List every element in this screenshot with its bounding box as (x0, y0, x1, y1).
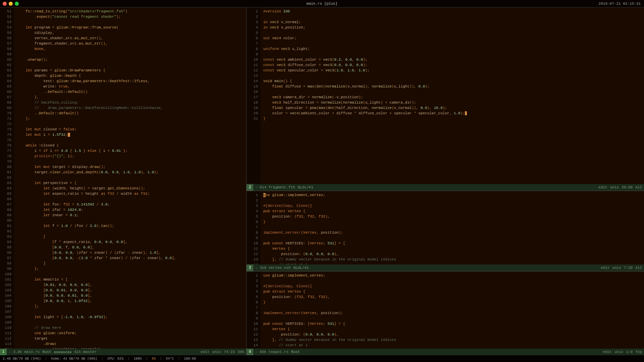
code-line: pub struct Vertex { (263, 289, 641, 294)
sys-power: 100:00 (184, 357, 196, 361)
code-line: // backface_culling: (17, 100, 244, 105)
code-line: implement_vertex!(Vertex, position); (263, 230, 641, 235)
code-line: let light = [-1.0, 1.0, -0.9f32]; (17, 314, 244, 320)
sys-sep-3: | (127, 357, 129, 361)
code-line (263, 305, 641, 310)
right-top-code[interactable]: #version 330 in vec3 v_normal; in vec3 v… (261, 7, 644, 184)
code-line: color = vec4(ambient_color + diffuse * d… (263, 111, 641, 116)
left-pane: 5152535455 5657585960 6162636465 6667686… (0, 7, 247, 355)
code-line: } (263, 116, 641, 121)
code-line: [ (17, 234, 244, 239)
code-line: use glium::implement_vertex; (263, 192, 641, 198)
code-line: depth: glium::Depth { (17, 73, 244, 78)
rt-filename: - 614 fragment.fsh (255, 185, 295, 189)
left-code-content: 5152535455 5657585960 6162636465 6667686… (0, 7, 246, 349)
code-line: [0.01, 0.0, 0.0, 0.0], (17, 282, 244, 288)
code-line: let f = 1.0 / (fov / 2.0).tan(); (17, 223, 244, 229)
left-code-lines[interactable]: fs::read_to_string("src/shaders/fragment… (14, 7, 246, 349)
code-line: // start at 1 (263, 343, 641, 348)
right-bottom-code[interactable]: use glium::implement_vertex; #[derive(Co… (261, 272, 644, 349)
code-line (263, 14, 641, 19)
code-line (17, 137, 244, 143)
code-line: .unwrap(); (17, 57, 244, 62)
code-line: }; (17, 116, 244, 121)
code-line: while !closed { (17, 143, 244, 148)
code-line: pub const VERTICES: [Vertex; 531] = [ (263, 321, 641, 326)
code-line: vec3 half_direction = normalize(normaliz… (263, 100, 641, 105)
datetime: 2019-07-21 02:15:31 (599, 2, 641, 6)
sys-home: home: 43 GB/70 GB (66%) (51, 357, 97, 361)
left-git: Git-master (74, 350, 97, 354)
code-line: let zfar = 1024.0; (17, 207, 244, 213)
right-top-pane-num: 2 (247, 184, 253, 191)
code-line: Vertex { (263, 246, 641, 251)
code-line: ..Default::default() (17, 89, 244, 95)
code-line (263, 278, 641, 284)
code-line: let aspect_ratio = height as f32 / width… (17, 191, 244, 196)
code-line (263, 52, 641, 57)
code-line: [0.0, 0.0, 0.01, 0.0], (17, 293, 244, 298)
rt-all: All (635, 185, 642, 189)
sys-cpu: CPU: 62% (107, 357, 123, 361)
code-line: Vertex { (263, 348, 641, 349)
maximize-button[interactable] (15, 2, 19, 6)
rt-filetype: GLSL/#1 (298, 185, 313, 189)
right-middle-pane: 12345 678910 1112131415 16 use glium::im… (247, 191, 644, 272)
code-line: fragment_shader_src.as_mut_str(), (17, 41, 244, 46)
sys-sep-4: | (146, 357, 148, 361)
rb-encoding: unix (614, 350, 623, 354)
code-line (17, 159, 244, 164)
window-title: main.rs [plus] (307, 2, 337, 6)
right-bottom-pane-num: 4 (247, 349, 253, 355)
left-position: 74:23 (224, 350, 235, 354)
code-line: float specular = pow(max(dot(half_direct… (263, 105, 641, 111)
code-line: &display, (17, 30, 244, 36)
code-line: let program = glium::Program::from_sourc… (17, 25, 244, 30)
code-line: #[derive(Copy, Clone)] (263, 284, 641, 289)
code-line (263, 225, 641, 230)
code-line: }, // dummy vector because in the origin… (263, 337, 641, 343)
code-line (263, 41, 641, 46)
code-line: let mut target = display.draw(); (17, 164, 244, 170)
right-middle-code[interactable]: use glium::implement_vertex; #[derive(Co… (261, 191, 644, 264)
code-line: use glium::uniform; (17, 330, 244, 336)
code-line: #version 330 (263, 9, 641, 14)
code-line: const vec3 specular_color = vec3(1.0, 1.… (263, 68, 641, 73)
right-bottom-line-numbers: 12345 678910 1112131415 1617181920 21 (247, 272, 261, 349)
left-filename: - 3.8k main.rs (9, 350, 40, 354)
sys-brightness: 100% (133, 357, 142, 361)
code-line: }, (17, 95, 244, 100)
right-middle-content: 12345 678910 1112131415 16 use glium::im… (247, 191, 644, 264)
code-line: i = if i >= 6.0 { 1.5 } else { i + 0.01 … (17, 148, 244, 154)
code-line: let mut i = 1.5f32; (17, 132, 244, 137)
code-line: let perspective = { (17, 180, 244, 186)
right-top-status: 2 - 614 fragment.fsh GLSL/#1 edit unix 2… (247, 184, 644, 191)
code-line: ] (17, 261, 244, 266)
window-controls[interactable] (3, 2, 19, 6)
right-middle-status-info: - 318 vertex.vsh GLSL/#1 (253, 266, 601, 270)
rm-mode: edit (601, 266, 609, 270)
close-button[interactable] (3, 2, 7, 6)
code-line: position: (f32, f32, f32), (263, 294, 641, 300)
code-line (263, 30, 641, 36)
code-line: test: glium::draw_parameters::DepthTest:… (17, 78, 244, 84)
rb-top: Top (635, 350, 642, 354)
left-pane-number: 1 (0, 349, 7, 355)
right-bottom-status-info: - 89k teapot.rs Rust (253, 350, 603, 354)
code-line (17, 272, 244, 277)
code-line: let mmatrix = [ (17, 277, 244, 282)
sys-temp: 54°C (166, 357, 174, 361)
sys-sep-2: | (101, 357, 103, 361)
editor-area: 5152535455 5657585960 6162636465 6667686… (0, 7, 644, 355)
code-line: position: (f32, f32, f32), (263, 214, 641, 219)
minimize-button[interactable] (9, 2, 13, 6)
code-line (17, 62, 244, 68)
code-line: fs::read_to_string("src/shaders/fragment… (17, 9, 244, 14)
right-top-line-numbers: 12345 678910 1112131415 1617181920 21 (247, 7, 261, 184)
title-bar: main.rs [plus] 2019-07-21 02:15:31 (0, 0, 644, 7)
code-line (263, 73, 641, 78)
right-bottom-status: 4 - 89k teapot.rs Rust edit unix 1:0 Top (247, 349, 644, 355)
code-line: }; (17, 266, 244, 272)
code-line: .draw( (17, 341, 244, 347)
code-line: // start at 1 (263, 262, 641, 264)
